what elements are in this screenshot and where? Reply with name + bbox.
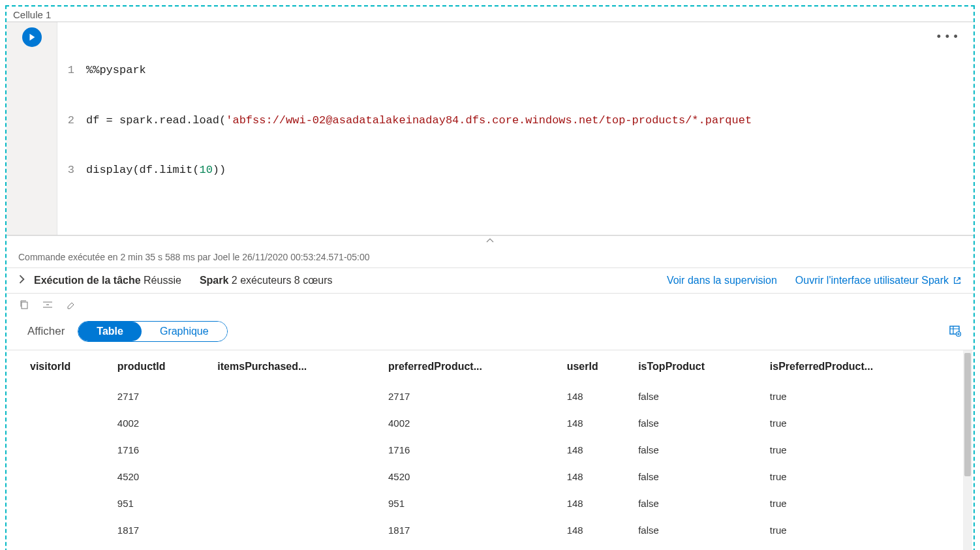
table-cell (27, 517, 115, 543)
table-cell (27, 436, 115, 463)
table-cell: false (635, 517, 767, 543)
table-cell: 2634 (386, 543, 564, 550)
table-row: 17161716148falsetrue (27, 436, 962, 463)
table-cell (27, 463, 115, 490)
job-status: Exécution de la tâche Réussie (34, 275, 181, 286)
table-body: 27172717148falsetrue40024002148falsetrue… (27, 383, 962, 550)
table-cell (215, 490, 386, 517)
view-monitoring-link[interactable]: Voir dans la supervision (667, 275, 777, 286)
column-header[interactable]: visitorId (27, 350, 115, 383)
table-row: 45204520148falsetrue (27, 463, 962, 490)
collapse-output-toggle[interactable] (7, 236, 973, 247)
table-header-row: visitorIdproductIditemsPurchased...prefe… (27, 350, 962, 383)
table-cell: 2717 (386, 383, 564, 410)
view-label: Afficher (27, 325, 65, 338)
table-cell: 4002 (386, 410, 564, 436)
code-text: display(df.limit(10)) (86, 162, 226, 179)
view-toggle: Table Graphique (78, 321, 227, 342)
collapse-columns-icon[interactable] (42, 299, 54, 311)
column-header[interactable]: itemsPurchased... (215, 350, 386, 383)
tab-chart[interactable]: Graphique (142, 322, 227, 341)
tab-table[interactable]: Table (78, 322, 142, 341)
table-cell: true (767, 543, 962, 550)
table-cell (215, 383, 386, 410)
table-cell (215, 463, 386, 490)
expand-job-toggle[interactable] (18, 275, 26, 286)
table-cell: 2717 (115, 383, 215, 410)
execution-status: Commande exécutée en 2 min 35 s 588 ms p… (7, 247, 973, 268)
table-cell: false (635, 543, 767, 550)
table-cell: true (767, 490, 962, 517)
results-table-wrap: visitorIdproductIditemsPurchased...prefe… (7, 350, 973, 550)
line-number: 1 (63, 62, 86, 79)
table-cell: 4002 (115, 410, 215, 436)
column-header[interactable]: preferredProduct... (386, 350, 564, 383)
table-settings-icon (949, 324, 962, 337)
table-row: 40024002148falsetrue (27, 410, 962, 436)
table-cell: true (767, 436, 962, 463)
spark-status: Spark 2 exécuteurs 8 cœurs (200, 275, 333, 286)
column-header[interactable]: isPreferredProduct... (767, 350, 962, 383)
table-row: 951951148falsetrue (27, 490, 962, 517)
play-icon (27, 33, 37, 42)
table-cell: 951 (386, 490, 564, 517)
table-cell: 148 (564, 410, 635, 436)
copy-icon[interactable] (18, 299, 30, 311)
execution-bar: Exécution de la tâche Réussie Spark 2 ex… (7, 268, 973, 294)
table-row: 26342634463falsetrue (27, 543, 962, 550)
table-cell: 148 (564, 517, 635, 543)
table-cell: true (767, 410, 962, 436)
table-cell: 2634 (115, 543, 215, 550)
column-header[interactable]: productId (115, 350, 215, 383)
table-row: 27172717148falsetrue (27, 383, 962, 410)
table-cell: 4520 (115, 463, 215, 490)
external-link-icon (953, 276, 962, 285)
table-cell (215, 410, 386, 436)
table-cell: 1817 (386, 517, 564, 543)
table-cell: true (767, 383, 962, 410)
scrollbar-thumb[interactable] (964, 353, 971, 476)
code-area: 1 %%pyspark 2 df = spark.read.load('abfs… (7, 22, 973, 236)
table-cell: 951 (115, 490, 215, 517)
column-header[interactable]: userId (564, 350, 635, 383)
table-cell: 148 (564, 383, 635, 410)
table-cell (215, 517, 386, 543)
table-cell: 1716 (115, 436, 215, 463)
table-cell: true (767, 463, 962, 490)
cell-more-menu[interactable]: ••• (936, 29, 960, 46)
clear-icon[interactable] (65, 299, 77, 311)
table-cell: false (635, 463, 767, 490)
table-cell: 1716 (386, 436, 564, 463)
open-spark-ui-link[interactable]: Ouvrir l'interface utilisateur Spark (795, 275, 962, 286)
table-cell: 148 (564, 436, 635, 463)
table-cell (27, 410, 115, 436)
table-cell: 4520 (386, 463, 564, 490)
table-cell (27, 490, 115, 517)
table-row: 18171817148falsetrue (27, 517, 962, 543)
chevron-right-icon (18, 275, 26, 284)
code-text: %%pyspark (86, 62, 146, 79)
table-cell: false (635, 410, 767, 436)
svg-rect-0 (22, 302, 27, 309)
table-cell: 148 (564, 463, 635, 490)
table-cell: false (635, 436, 767, 463)
table-cell: 148 (564, 490, 635, 517)
table-cell: true (767, 517, 962, 543)
results-table: visitorIdproductIditemsPurchased...prefe… (27, 350, 962, 550)
chevron-up-icon (486, 237, 494, 244)
notebook-cell: Cellule 1 1 %%pyspark 2 df = spark.read.… (5, 5, 975, 550)
run-button[interactable] (22, 27, 42, 47)
view-row: Afficher Table Graphique (7, 311, 973, 350)
table-cell: false (635, 490, 767, 517)
code-text: df = spark.read.load('abfss://wwi-02@asa… (86, 112, 752, 129)
line-number: 3 (63, 162, 86, 179)
column-header[interactable]: isTopProduct (635, 350, 767, 383)
vertical-scrollbar[interactable] (963, 350, 972, 550)
output-toolbar (7, 294, 973, 311)
table-cell: 463 (564, 543, 635, 550)
table-cell (27, 543, 115, 550)
table-cell (27, 383, 115, 410)
table-cell: 1817 (115, 517, 215, 543)
code-editor[interactable]: 1 %%pyspark 2 df = spark.read.load('abfs… (57, 22, 973, 235)
table-settings-button[interactable] (949, 324, 962, 339)
